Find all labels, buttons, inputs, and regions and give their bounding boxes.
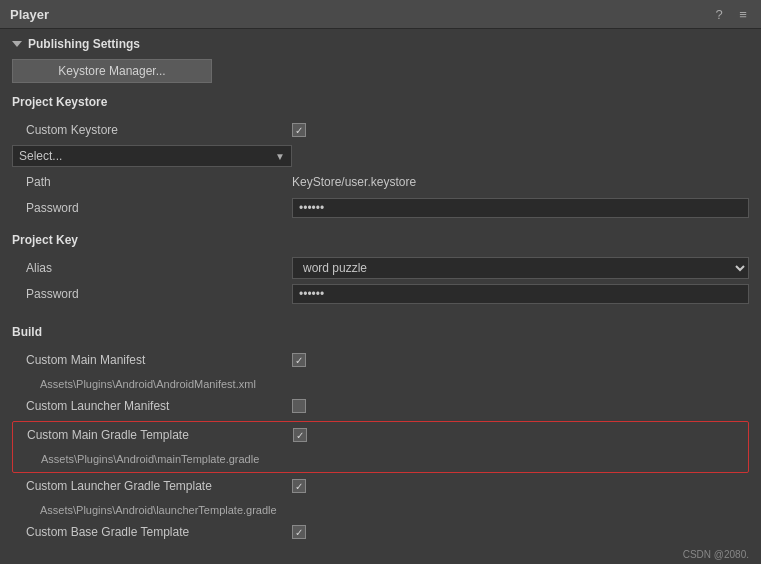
build-item-row-0: Custom Main Manifest [12,349,749,371]
build-item-row-1: Custom Launcher Manifest [12,395,749,417]
keystore-password-row: Password [12,197,749,219]
project-key-section: Project Key Alias word puzzle Password [12,231,749,305]
divider2 [12,309,749,317]
title-bar-icons: ? ≡ [711,6,751,22]
keystore-manager-button[interactable]: Keystore Manager... [12,59,212,83]
select-row: Select... ▼ [12,145,749,167]
content-area: Publishing Settings Keystore Manager... … [0,29,761,545]
project-key-password-row: Password [12,283,749,305]
publishing-settings-header: Publishing Settings [12,37,749,51]
build-section: Build Custom Main Manifest Assets\Plugin… [12,323,749,545]
build-item-label-0: Custom Main Manifest [12,353,292,367]
project-key-header-row: Project Key [12,231,749,253]
build-item-path-row-2: Assets\Plugins\Android\mainTemplate.grad… [13,450,748,468]
alias-row: Alias word puzzle [12,257,749,279]
alias-label: Alias [12,261,292,275]
build-item-row-4: Custom Base Gradle Template [12,521,749,543]
keystore-select[interactable]: Select... ▼ [12,145,292,167]
build-item-row-3: Custom Launcher Gradle Template [12,475,749,497]
custom-keystore-label: Custom Keystore [12,123,292,137]
project-key-password-label: Password [12,287,292,301]
help-icon[interactable]: ? [711,6,727,22]
build-item-4: Custom Base Gradle Template Assets\Plugi… [12,521,749,545]
build-item-checkbox-0[interactable] [292,353,306,367]
publishing-settings-label: Publishing Settings [28,37,140,51]
build-label: Build [12,325,42,339]
build-item-checkbox-1[interactable] [292,399,306,413]
player-window: Player ? ≡ Publishing Settings Keystore … [0,0,761,564]
build-item-path-row-0: Assets\Plugins\Android\AndroidManifest.x… [12,375,749,393]
dropdown-arrow-icon: ▼ [275,151,285,162]
build-item-label-2: Custom Main Gradle Template [13,428,293,442]
custom-keystore-checkbox[interactable] [292,123,306,137]
keystore-password-label: Password [12,201,292,215]
footer: CSDN @2080. [0,545,761,564]
project-keystore-section: Project Keystore Custom Keystore Select.… [12,93,749,219]
build-item-label-1: Custom Launcher Manifest [12,399,292,413]
path-value: KeyStore/user.keystore [292,175,749,189]
build-item-2-highlighted: Custom Main Gradle Template Assets\Plugi… [12,421,749,473]
project-keystore-header-row: Project Keystore [12,93,749,115]
footer-text: CSDN @2080. [683,549,749,560]
build-item-1: Custom Launcher Manifest [12,395,749,417]
build-item-label-4: Custom Base Gradle Template [12,525,292,539]
project-key-label: Project Key [12,233,78,247]
select-placeholder: Select... [19,149,62,163]
build-item-checkbox-3[interactable] [292,479,306,493]
custom-keystore-row: Custom Keystore [12,119,749,141]
divider1 [12,223,749,231]
project-keystore-label: Project Keystore [12,95,107,109]
build-item-checkbox-4[interactable] [292,525,306,539]
build-item-path-3: Assets\Plugins\Android\launcherTemplate.… [12,504,277,516]
build-item-3: Custom Launcher Gradle Template Assets\P… [12,475,749,519]
project-key-password-input[interactable] [292,284,749,304]
title-bar: Player ? ≡ [0,0,761,29]
settings-icon[interactable]: ≡ [735,6,751,22]
collapse-triangle-icon [12,41,22,47]
build-item-checkbox-2[interactable] [293,428,307,442]
build-header-row: Build [12,323,749,345]
keystore-password-input[interactable] [292,198,749,218]
build-item-label-3: Custom Launcher Gradle Template [12,479,292,493]
build-item-path-row-3: Assets\Plugins\Android\launcherTemplate.… [12,501,749,519]
build-item-row-2: Custom Main Gradle Template [13,424,748,446]
alias-dropdown[interactable]: word puzzle [292,257,749,279]
path-row: Path KeyStore/user.keystore [12,171,749,193]
build-item-path-0: Assets\Plugins\Android\AndroidManifest.x… [12,378,256,390]
build-item-0: Custom Main Manifest Assets\Plugins\Andr… [12,349,749,393]
window-title: Player [10,7,49,22]
build-item-path-2: Assets\Plugins\Android\mainTemplate.grad… [13,453,259,465]
path-label: Path [12,175,292,189]
